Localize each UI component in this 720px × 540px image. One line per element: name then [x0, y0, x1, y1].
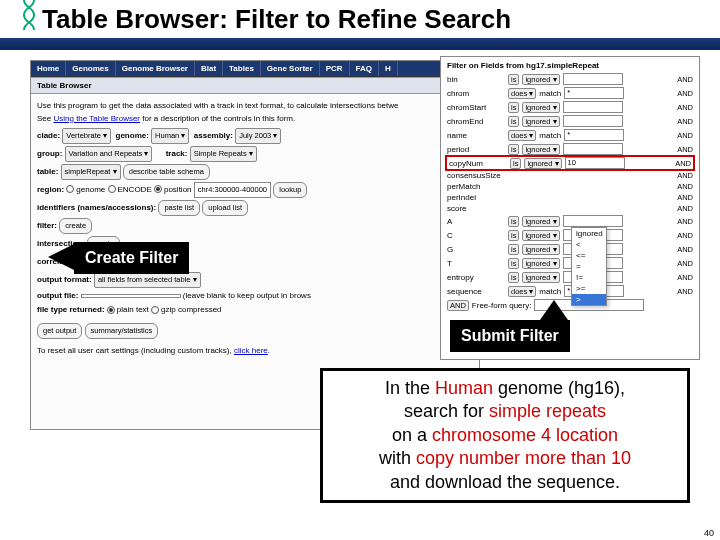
- summary-button[interactable]: summary/statistics: [85, 323, 159, 339]
- intro-text: Use this program to get the data associa…: [37, 100, 473, 126]
- filter-score-label: score: [447, 204, 505, 213]
- filter-chrom-does[interactable]: does ▾: [508, 88, 536, 99]
- filter-name-label: name: [447, 131, 505, 140]
- assembly-select[interactable]: July 2003 ▾: [235, 128, 281, 144]
- nav-genome-browser[interactable]: Genome Browser: [116, 61, 195, 76]
- clade-label: clade:: [37, 131, 60, 140]
- op-ne[interactable]: !=: [572, 272, 606, 283]
- filter-chromstart-label: chromStart: [447, 103, 505, 112]
- clade-select[interactable]: Vertebrate ▾: [62, 128, 111, 144]
- filter-copynum-label: copyNum: [449, 159, 507, 168]
- nav-help[interactable]: H: [379, 61, 398, 76]
- op-lt[interactable]: <: [572, 239, 606, 250]
- filter-copynum-input[interactable]: 10: [565, 157, 625, 169]
- filter-bin-label: bin: [447, 75, 505, 84]
- filter-copynum-row: copyNumisignored ▾10AND: [445, 155, 695, 171]
- output-file-input[interactable]: [81, 294, 181, 298]
- filter-label: filter:: [37, 221, 57, 230]
- filter-title: Filter on Fields from hg17.simpleRepeat: [447, 61, 693, 70]
- group-select[interactable]: Variation and Repeats ▾: [65, 146, 153, 162]
- filter-chrom-label: chrom: [447, 89, 505, 98]
- filter-a-input[interactable]: [563, 215, 623, 227]
- track-select[interactable]: Simple Repeats ▾: [190, 146, 257, 162]
- filter-chromstart-input[interactable]: [563, 101, 623, 113]
- file-type-label: file type returned:: [37, 305, 105, 314]
- upload-button[interactable]: upload list: [202, 200, 248, 216]
- nav-pcr[interactable]: PCR: [320, 61, 350, 76]
- filter-panel: Filter on Fields from hg17.simpleRepeat …: [440, 56, 700, 360]
- dna-icon: [20, 0, 38, 30]
- nav-tables[interactable]: Tables: [223, 61, 261, 76]
- paste-button[interactable]: paste list: [158, 200, 200, 216]
- arrow-up-icon: [540, 300, 568, 320]
- region-label: region:: [37, 185, 64, 194]
- identifiers-label: identifiers (names/accessions):: [37, 203, 156, 212]
- filter-sequence-label: sequence: [447, 287, 505, 296]
- filter-period-input[interactable]: [563, 143, 623, 155]
- nav-blat[interactable]: Blat: [195, 61, 223, 76]
- genome-select[interactable]: Human ▾: [151, 128, 189, 144]
- nav-home[interactable]: Home: [31, 61, 66, 76]
- output-file-label: output file:: [37, 291, 78, 300]
- filter-g-label: G: [447, 245, 505, 254]
- navbar: Home Genomes Genome Browser Blat Tables …: [31, 61, 479, 77]
- page-title: Table Browser: Filter to Refine Search: [42, 4, 511, 35]
- operator-dropdown[interactable]: ignored < <= = != >= >: [571, 227, 607, 306]
- region-position-radio[interactable]: [154, 185, 162, 193]
- filter-bin-input[interactable]: [563, 73, 623, 85]
- filter-a-op[interactable]: ignored ▾: [522, 216, 559, 227]
- and-select[interactable]: AND: [447, 300, 469, 311]
- summary-box: In the Human genome (hg16), search for s…: [320, 368, 690, 503]
- filter-chromend-label: chromEnd: [447, 117, 505, 126]
- arrow-left-icon: [48, 244, 74, 270]
- group-label: group:: [37, 149, 62, 158]
- filter-entropy-op[interactable]: ignored ▾: [522, 272, 559, 283]
- filter-name-input[interactable]: *: [564, 129, 624, 141]
- using-link[interactable]: Using the Table Browser: [53, 114, 140, 123]
- page-number: 40: [704, 528, 714, 538]
- region-genome-radio[interactable]: [66, 185, 74, 193]
- op-gt[interactable]: >: [572, 294, 606, 305]
- track-label: track:: [166, 149, 188, 158]
- filter-create-button[interactable]: create: [59, 218, 92, 234]
- op-ignored[interactable]: ignored: [572, 228, 606, 239]
- filter-chrom-input[interactable]: *: [564, 87, 624, 99]
- nav-gene-sorter[interactable]: Gene Sorter: [261, 61, 320, 76]
- filter-name-does[interactable]: does ▾: [508, 130, 536, 141]
- genome-label: genome:: [116, 131, 149, 140]
- op-le[interactable]: <=: [572, 250, 606, 261]
- get-output-button[interactable]: get output: [37, 323, 82, 339]
- gzip-radio[interactable]: [151, 306, 159, 314]
- section-header: Table Browser: [31, 77, 479, 94]
- filter-a-label: A: [447, 217, 505, 226]
- describe-button[interactable]: describe table schema: [123, 164, 210, 180]
- filter-chromend-input[interactable]: [563, 115, 623, 127]
- reset-text: To reset all user cart settings (includi…: [37, 346, 234, 355]
- filter-c-op[interactable]: ignored ▾: [522, 230, 559, 241]
- filter-period-op[interactable]: ignored ▾: [522, 144, 559, 155]
- op-eq[interactable]: =: [572, 261, 606, 272]
- region-encode-radio[interactable]: [108, 185, 116, 193]
- filter-g-op[interactable]: ignored ▾: [522, 244, 559, 255]
- table-label: table:: [37, 167, 58, 176]
- filter-chromstart-op[interactable]: ignored ▾: [522, 102, 559, 113]
- assembly-label: assembly:: [194, 131, 233, 140]
- lookup-button[interactable]: lookup: [273, 182, 307, 198]
- filter-bin-op[interactable]: ignored ▾: [522, 74, 559, 85]
- filter-consensus-label: consensusSize: [447, 171, 505, 180]
- create-filter-callout: Create Filter: [74, 242, 189, 274]
- position-input[interactable]: chr4:300000-400000: [194, 182, 271, 198]
- filter-sequence-does[interactable]: does ▾: [508, 286, 536, 297]
- op-ge[interactable]: >=: [572, 283, 606, 294]
- filter-chromend-op[interactable]: ignored ▾: [522, 116, 559, 127]
- filter-copynum-op[interactable]: ignored ▾: [524, 158, 561, 169]
- plain-radio[interactable]: [107, 306, 115, 314]
- table-select[interactable]: simpleRepeat ▾: [61, 164, 121, 180]
- output-file-hint: (leave blank to keep output in brows: [183, 291, 311, 300]
- filter-permatch-label: perMatch: [447, 182, 505, 191]
- filter-t-op[interactable]: ignored ▾: [522, 258, 559, 269]
- nav-genomes[interactable]: Genomes: [66, 61, 115, 76]
- filter-period-label: period: [447, 145, 505, 154]
- click-here-link[interactable]: click here: [234, 346, 268, 355]
- nav-faq[interactable]: FAQ: [350, 61, 379, 76]
